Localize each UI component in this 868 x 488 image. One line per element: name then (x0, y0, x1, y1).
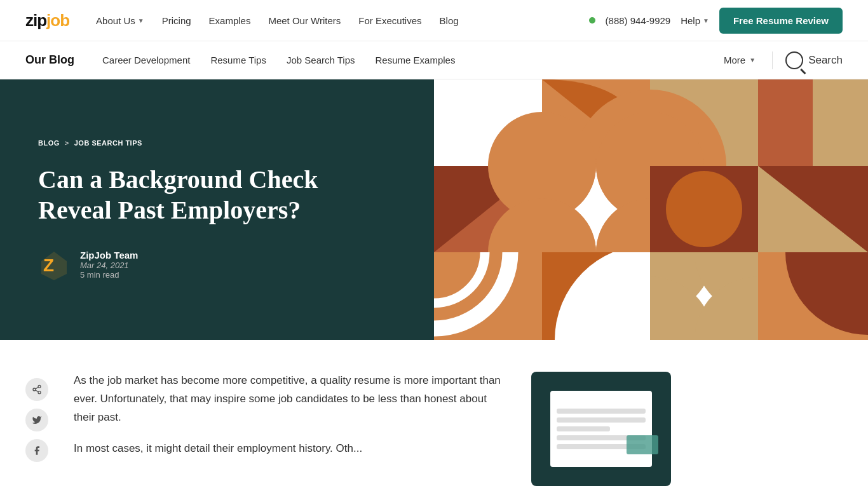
search-area[interactable]: Search (772, 51, 843, 69)
article-thumbnail (531, 372, 671, 486)
top-navigation: zipjob About Us ▼ Pricing Examples Meet … (0, 0, 868, 41)
hero-decorative-art (434, 79, 868, 340)
svg-point-44 (33, 388, 36, 391)
content-section: As the job market has become more compet… (0, 340, 868, 488)
blog-nav-career-development[interactable]: Career Development (93, 50, 199, 71)
chevron-down-icon: ▼ (703, 17, 709, 24)
author-logo: Z (38, 248, 70, 280)
author-read-time: 5 min read (80, 270, 138, 280)
share-link-button[interactable] (25, 378, 48, 401)
phone-number[interactable]: (888) 944-9929 (606, 15, 671, 26)
blog-nav-right: More ▼ Search (715, 50, 843, 71)
blog-nav-resume-tips[interactable]: Resume Tips (201, 50, 275, 71)
search-icon (785, 51, 803, 69)
breadcrumb-blog[interactable]: BLOG (38, 139, 60, 147)
doc-highlight (627, 435, 658, 454)
svg-point-45 (38, 391, 41, 394)
nav-for-executives[interactable]: For Executives (351, 10, 429, 31)
site-logo[interactable]: zipjob (25, 11, 69, 30)
more-button[interactable]: More ▼ (715, 50, 764, 71)
svg-line-46 (36, 390, 39, 392)
article-title: Can a Background Check Reveal Past Emplo… (38, 165, 396, 226)
svg-point-24 (666, 171, 742, 247)
doc-line (557, 417, 646, 423)
author-name: ZipJob Team (80, 250, 138, 261)
breadcrumb-separator: > (65, 139, 69, 147)
nav-blog[interactable]: Blog (432, 10, 466, 31)
share-facebook-button[interactable] (25, 439, 48, 462)
svg-rect-8 (758, 79, 813, 166)
blog-nav-resume-examples[interactable]: Resume Examples (367, 50, 465, 71)
blog-navigation: Our Blog Career Development Resume Tips … (0, 41, 868, 79)
breadcrumb: BLOG > JOB SEARCH TIPS (38, 139, 396, 147)
nav-about-us[interactable]: About Us ▼ (88, 10, 152, 31)
search-label: Search (808, 54, 843, 67)
logo-job: job (46, 11, 69, 30)
article-body: As the job market has become more compet… (74, 372, 506, 486)
blog-section-label: Our Blog (25, 53, 74, 67)
svg-text:Z: Z (43, 255, 54, 275)
svg-line-47 (36, 387, 39, 389)
author-section: Z ZipJob Team Mar 24, 2021 5 min read (38, 248, 396, 280)
chevron-down-icon: ▼ (138, 17, 144, 24)
share-twitter-button[interactable] (25, 409, 48, 431)
doc-line (557, 409, 646, 414)
blog-nav-links: Career Development Resume Tips Job Searc… (93, 50, 715, 71)
author-info: ZipJob Team Mar 24, 2021 5 min read (80, 250, 138, 280)
svg-point-43 (38, 385, 41, 388)
chevron-down-icon: ▼ (749, 57, 756, 64)
top-nav-links: About Us ▼ Pricing Examples Meet Our Wri… (88, 10, 588, 31)
nav-meet-writers[interactable]: Meet Our Writers (261, 10, 348, 31)
author-date: Mar 24, 2021 (80, 261, 138, 270)
nav-examples[interactable]: Examples (201, 10, 259, 31)
hero-section: BLOG > JOB SEARCH TIPS Can a Background … (0, 79, 868, 340)
phone-online-indicator (589, 17, 595, 24)
free-resume-review-button[interactable]: Free Resume Review (719, 8, 843, 34)
article-image-inner (550, 391, 652, 467)
top-nav-right: (888) 944-9929 Help ▼ Free Resume Review (589, 8, 843, 34)
hero-right-panel (434, 79, 868, 340)
article-paragraph-2: In most cases, it might detail their emp… (74, 440, 506, 458)
hero-left-panel: BLOG > JOB SEARCH TIPS Can a Background … (0, 79, 434, 340)
breadcrumb-section[interactable]: JOB SEARCH TIPS (74, 139, 142, 147)
social-sidebar (25, 372, 48, 486)
doc-line (557, 426, 610, 431)
help-button[interactable]: Help ▼ (681, 15, 709, 26)
logo-zip: zip (25, 11, 46, 30)
blog-nav-job-search-tips[interactable]: Job Search Tips (278, 50, 364, 71)
nav-pricing[interactable]: Pricing (154, 10, 199, 31)
article-paragraph-1: As the job market has become more compet… (74, 372, 506, 427)
